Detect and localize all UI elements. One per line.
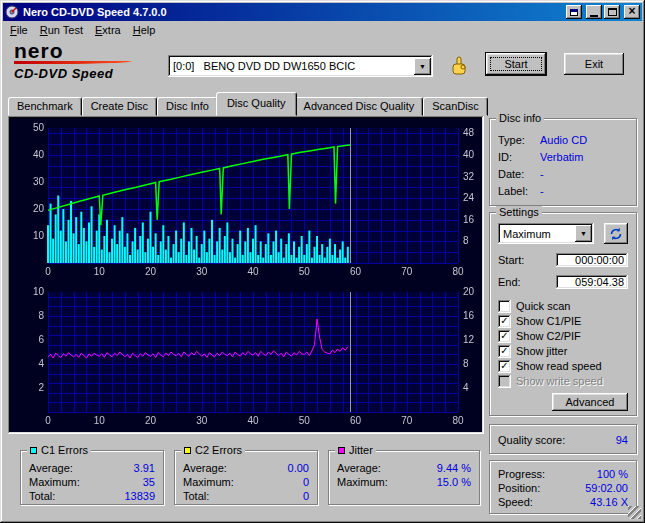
start-button[interactable]: Start <box>486 53 546 75</box>
progress-value: 100 % <box>597 468 628 480</box>
disc-label-value: - <box>540 185 544 197</box>
eject-hand-button[interactable] <box>446 53 472 79</box>
menu-file[interactable]: File <box>4 22 34 38</box>
window-doc-icon <box>570 9 578 16</box>
checkbox-box <box>498 375 511 388</box>
app-window: Nero CD-DVD Speed 4.7.0.0 × File Run Tes… <box>0 0 645 523</box>
checkbox-label: Show write speed <box>516 375 603 387</box>
c1-maximum-value: 35 <box>143 476 155 488</box>
tab-scandisc[interactable]: ScanDisc <box>423 97 487 116</box>
settings-group: Settings Maximum ▼ Start: 000:00:00 End:… <box>489 212 637 416</box>
checkbox-box[interactable] <box>498 300 511 313</box>
disc-info-title: Disc info <box>496 112 544 124</box>
checkbox-box[interactable]: ✓ <box>498 345 511 358</box>
c2-average-value: 0.00 <box>288 462 309 474</box>
checkbox-show-c1-pie[interactable]: ✓Show C1/PIE <box>498 314 581 328</box>
disc-id-value: Verbatim <box>540 151 583 163</box>
tab-disc-quality[interactable]: Disc Quality <box>216 92 297 116</box>
checkbox-label: Show jitter <box>516 345 567 357</box>
hand-icon <box>448 55 470 77</box>
c1-total-label: Total: <box>29 490 55 502</box>
c2-average-label: Average: <box>183 462 227 474</box>
c2-legend-swatch <box>184 447 191 454</box>
window-title: Nero CD-DVD Speed 4.7.0.0 <box>23 6 564 18</box>
checkbox-box[interactable]: ✓ <box>498 330 511 343</box>
c1-errors-group: C1 Errors Average:3.91 Maximum:35 Total:… <box>20 450 164 505</box>
chevron-down-icon[interactable]: ▼ <box>575 225 592 242</box>
jitter-maximum-label: Maximum: <box>337 476 388 488</box>
c2-maximum-value: 0 <box>303 476 309 488</box>
jitter-group: Jitter Average:9.44 % Maximum:15.0 % <box>328 450 480 505</box>
c1-average-value: 3.91 <box>134 462 155 474</box>
disc-id-label: ID: <box>498 151 540 163</box>
scan-end-label: End: <box>498 276 521 288</box>
c1-average-label: Average: <box>29 462 73 474</box>
checkbox-label: Quick scan <box>516 300 570 312</box>
titlebar[interactable]: Nero CD-DVD Speed 4.7.0.0 × <box>3 3 642 21</box>
c1-errors-title: C1 Errors <box>27 444 91 456</box>
quality-score-value: 94 <box>616 434 628 446</box>
checkbox-show-c2-pif[interactable]: ✓Show C2/PIF <box>498 329 581 343</box>
c1-maximum-label: Maximum: <box>29 476 80 488</box>
c1-legend-swatch <box>30 447 37 454</box>
app-icon <box>5 5 19 19</box>
progress-group: Progress:100 % Position:59:02.00 Speed:4… <box>489 460 637 514</box>
maximize-button[interactable] <box>604 5 620 19</box>
c2-total-value: 0 <box>303 490 309 502</box>
speed-select[interactable]: Maximum ▼ <box>498 223 594 244</box>
tab-create-disc[interactable]: Create Disc <box>82 97 157 116</box>
quality-score-group: Quality score: 94 <box>489 424 637 454</box>
jitter-legend-swatch <box>338 447 345 454</box>
close-icon: × <box>628 6 635 16</box>
checkbox-box[interactable]: ✓ <box>498 315 511 328</box>
c2-errors-group: C2 Errors Average:0.00 Maximum:0 Total:0 <box>174 450 318 505</box>
position-label: Position: <box>498 482 540 494</box>
refresh-button[interactable] <box>604 223 628 244</box>
checkbox-show-read-speed[interactable]: ✓Show read speed <box>498 359 602 373</box>
checkbox-box[interactable]: ✓ <box>498 360 511 373</box>
jitter-average-value: 9.44 % <box>437 462 471 474</box>
tab-advanced-disc-quality[interactable]: Advanced Disc Quality <box>295 97 424 116</box>
cdspeed-logo-text: CD-DVD Speed <box>14 66 154 81</box>
minimize-icon <box>590 15 598 17</box>
advanced-button[interactable]: Advanced <box>552 393 628 411</box>
titlebar-extra-button[interactable] <box>566 5 582 19</box>
nero-logo-text: nero <box>14 42 154 60</box>
tab-strip: Benchmark Create Disc Disc Info Disc Qua… <box>8 92 488 116</box>
tab-benchmark[interactable]: Benchmark <box>8 97 82 116</box>
speed-select-value: Maximum <box>498 228 573 240</box>
checkbox-quick-scan[interactable]: Quick scan <box>498 299 570 313</box>
scan-start-label: Start: <box>498 254 524 266</box>
jitter-title: Jitter <box>335 444 376 456</box>
checkbox-show-jitter[interactable]: ✓Show jitter <box>498 344 567 358</box>
settings-title: Settings <box>496 206 542 218</box>
chevron-down-icon[interactable]: ▼ <box>414 58 431 75</box>
disc-info-group: Disc info Type:Audio CD ID:Verbatim Date… <box>489 118 637 206</box>
c2-maximum-label: Maximum: <box>183 476 234 488</box>
resize-grip[interactable] <box>628 506 641 519</box>
checkbox-label: Show C2/PIF <box>516 330 581 342</box>
scan-start-field[interactable]: 000:00:00 <box>556 253 628 267</box>
menu-extra[interactable]: Extra <box>89 22 127 38</box>
exit-button[interactable]: Exit <box>564 53 624 75</box>
speed-value: 43.16 X <box>590 496 628 508</box>
menu-help[interactable]: Help <box>127 22 162 38</box>
c2-errors-title: C2 Errors <box>181 444 245 456</box>
minimize-button[interactable] <box>586 5 602 19</box>
drive-select-value: [0:0] BENQ DVD DD DW1650 BCIC <box>168 60 412 72</box>
menubar: File Run Test Extra Help <box>3 21 642 39</box>
progress-label: Progress: <box>498 468 545 480</box>
disc-date-label: Date: <box>498 168 540 180</box>
drive-select[interactable]: [0:0] BENQ DVD DD DW1650 BCIC ▼ <box>168 55 433 77</box>
scan-end-field[interactable]: 059:04.38 <box>556 275 628 289</box>
quality-chart-panel <box>8 116 484 434</box>
jitter-average-label: Average: <box>337 462 381 474</box>
quality-score-label: Quality score: <box>498 434 565 446</box>
quality-chart-canvas <box>10 118 482 432</box>
disc-date-value: - <box>540 168 544 180</box>
menu-run-test[interactable]: Run Test <box>34 22 89 38</box>
start-button-label: Start <box>504 58 527 70</box>
tab-disc-info[interactable]: Disc Info <box>157 97 218 116</box>
close-button[interactable]: × <box>624 5 640 19</box>
speed-label: Speed: <box>498 496 533 508</box>
